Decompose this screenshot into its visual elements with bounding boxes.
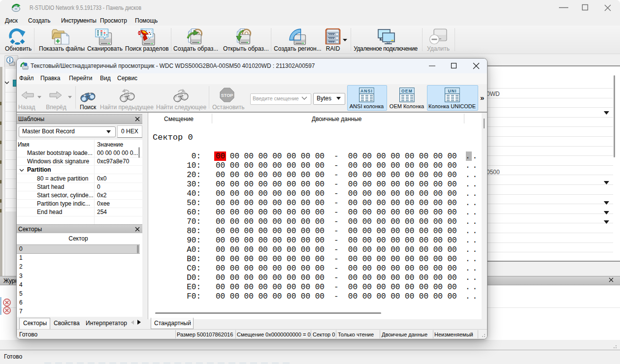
svg-text:ANSI: ANSI bbox=[360, 89, 373, 93]
svg-text:UNI: UNI bbox=[448, 89, 457, 93]
svg-text:OEM: OEM bbox=[401, 89, 413, 93]
svg-text:STOP: STOP bbox=[221, 93, 233, 98]
